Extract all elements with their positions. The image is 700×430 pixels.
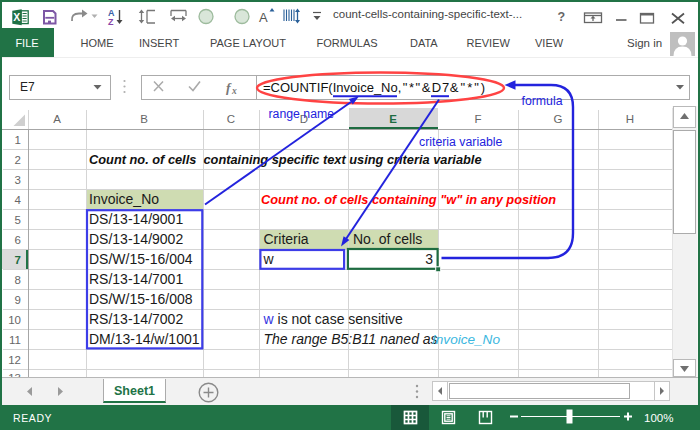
svg-text:13: 13 bbox=[8, 372, 21, 384]
svg-text:Invoice_No: Invoice_No bbox=[432, 333, 500, 347]
svg-text:No. of cells: No. of cells bbox=[353, 231, 422, 247]
svg-text:DS/13-14/9002: DS/13-14/9002 bbox=[89, 231, 183, 247]
svg-text:w is not case sensitive: w is not case sensitive bbox=[263, 311, 404, 327]
svg-text:7: 7 bbox=[15, 254, 21, 266]
svg-text:10: 10 bbox=[8, 314, 21, 326]
svg-text:H: H bbox=[626, 113, 634, 125]
svg-text:8: 8 bbox=[15, 274, 21, 286]
svg-text:E: E bbox=[389, 113, 397, 125]
svg-text:1: 1 bbox=[15, 134, 21, 146]
svg-text:DM/13-14/w/1001: DM/13-14/w/1001 bbox=[89, 331, 200, 347]
svg-text:X: X bbox=[13, 11, 20, 23]
svg-text:Z: Z bbox=[108, 17, 114, 27]
svg-text:DS/W/15-16/004: DS/W/15-16/004 bbox=[89, 251, 193, 267]
svg-text:12: 12 bbox=[8, 354, 21, 366]
svg-text:formula: formula bbox=[522, 94, 563, 108]
svg-text:A: A bbox=[259, 10, 268, 25]
svg-text:Criteria: Criteria bbox=[264, 231, 309, 247]
svg-text:A: A bbox=[53, 113, 61, 125]
svg-text:Count no. of cells containing: Count no. of cells containing specific t… bbox=[89, 152, 482, 167]
svg-text:x: x bbox=[231, 86, 237, 96]
svg-text:2: 2 bbox=[15, 154, 21, 166]
svg-text:11: 11 bbox=[9, 334, 21, 346]
svg-text:w: w bbox=[263, 251, 275, 267]
svg-text:4: 4 bbox=[15, 194, 22, 206]
svg-text:DS/W/15-16/008: DS/W/15-16/008 bbox=[89, 291, 193, 307]
svg-text:9: 9 bbox=[15, 294, 21, 306]
svg-text:3: 3 bbox=[425, 251, 433, 267]
svg-text:6: 6 bbox=[15, 234, 21, 246]
svg-text:Invoice_No: Invoice_No bbox=[89, 191, 159, 207]
svg-text:RS/13-14/7001: RS/13-14/7001 bbox=[89, 271, 183, 287]
svg-text:5: 5 bbox=[15, 214, 21, 226]
svg-text:range name: range name bbox=[269, 107, 335, 121]
svg-text:The range B5:B11 naned as: The range B5:B11 naned as bbox=[264, 331, 438, 347]
svg-text:B: B bbox=[140, 113, 148, 125]
svg-text:G: G bbox=[554, 113, 563, 125]
svg-text:C: C bbox=[227, 113, 235, 125]
svg-text:3: 3 bbox=[15, 174, 21, 186]
svg-text:Count no. of cells containing: Count no. of cells containing "w" in any… bbox=[261, 192, 556, 207]
svg-text:RS/13-14/7002: RS/13-14/7002 bbox=[89, 311, 183, 327]
svg-text:DS/13-14/9001: DS/13-14/9001 bbox=[89, 211, 183, 227]
svg-text:criteria variable: criteria variable bbox=[419, 135, 503, 149]
svg-text:?: ? bbox=[558, 10, 566, 24]
svg-text:F: F bbox=[474, 113, 481, 125]
